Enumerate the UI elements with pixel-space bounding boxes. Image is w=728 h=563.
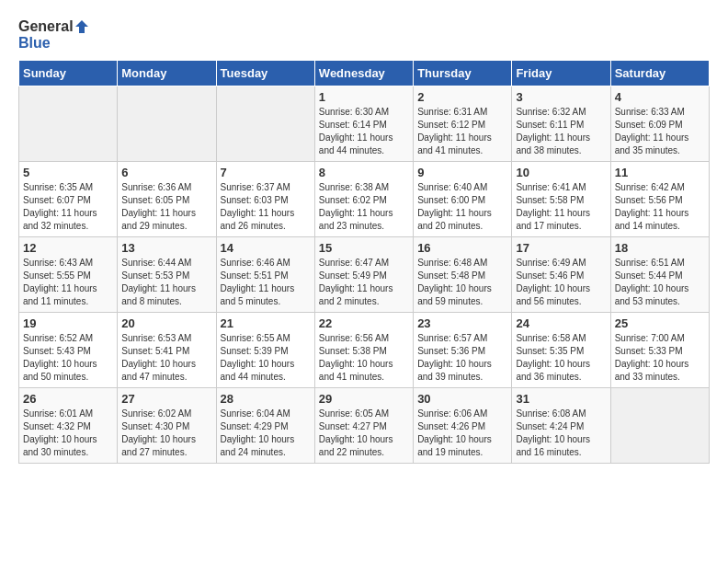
calendar-week-row: 26Sunrise: 6:01 AM Sunset: 4:32 PM Dayli… — [19, 388, 710, 464]
day-number: 24 — [516, 316, 606, 330]
calendar-week-row: 1Sunrise: 6:30 AM Sunset: 6:14 PM Daylig… — [19, 86, 710, 162]
cell-text: Sunrise: 6:51 AM Sunset: 5:44 PM Dayligh… — [615, 257, 705, 308]
calendar-cell: 15Sunrise: 6:47 AM Sunset: 5:49 PM Dayli… — [314, 237, 413, 313]
cell-text: Sunrise: 6:06 AM Sunset: 4:26 PM Dayligh… — [417, 408, 507, 459]
calendar-table: SundayMondayTuesdayWednesdayThursdayFrid… — [18, 60, 710, 464]
cell-text: Sunrise: 6:42 AM Sunset: 5:56 PM Dayligh… — [615, 181, 705, 233]
day-number: 20 — [121, 316, 211, 330]
cell-text: Sunrise: 6:38 AM Sunset: 6:02 PM Dayligh… — [319, 181, 409, 233]
calendar-cell: 3Sunrise: 6:32 AM Sunset: 6:11 PM Daylig… — [512, 86, 610, 162]
day-number: 8 — [319, 166, 409, 179]
calendar-cell: 19Sunrise: 6:52 AM Sunset: 5:43 PM Dayli… — [19, 313, 118, 388]
cell-text: Sunrise: 6:48 AM Sunset: 5:48 PM Dayligh… — [417, 257, 507, 308]
calendar-cell: 31Sunrise: 6:08 AM Sunset: 4:24 PM Dayli… — [512, 388, 610, 464]
cell-text: Sunrise: 6:52 AM Sunset: 5:43 PM Dayligh… — [23, 332, 113, 384]
calendar-cell: 27Sunrise: 6:02 AM Sunset: 4:30 PM Dayli… — [118, 388, 216, 464]
calendar-cell: 8Sunrise: 6:38 AM Sunset: 6:02 PM Daylig… — [314, 162, 413, 237]
day-number: 26 — [23, 392, 113, 406]
cell-text: Sunrise: 6:49 AM Sunset: 5:46 PM Dayligh… — [516, 257, 606, 308]
cell-text: Sunrise: 6:44 AM Sunset: 5:53 PM Dayligh… — [121, 257, 211, 308]
calendar-cell: 5Sunrise: 6:35 AM Sunset: 6:07 PM Daylig… — [19, 162, 118, 237]
calendar-cell — [118, 86, 216, 162]
cell-text: Sunrise: 6:04 AM Sunset: 4:29 PM Dayligh… — [221, 408, 311, 459]
weekday-header-thursday: Thursday — [414, 61, 512, 86]
cell-text: Sunrise: 6:56 AM Sunset: 5:38 PM Dayligh… — [319, 332, 409, 384]
day-number: 19 — [23, 316, 113, 330]
calendar-week-row: 19Sunrise: 6:52 AM Sunset: 5:43 PM Dayli… — [19, 313, 710, 388]
calendar-cell: 28Sunrise: 6:04 AM Sunset: 4:29 PM Dayli… — [216, 388, 314, 464]
svg-marker-0 — [75, 20, 88, 33]
calendar-cell: 1Sunrise: 6:30 AM Sunset: 6:14 PM Daylig… — [314, 86, 413, 162]
weekday-header-saturday: Saturday — [610, 61, 709, 86]
day-number: 13 — [121, 241, 211, 255]
cell-text: Sunrise: 6:40 AM Sunset: 6:00 PM Dayligh… — [417, 181, 507, 233]
day-number: 6 — [121, 166, 211, 179]
cell-text: Sunrise: 6:36 AM Sunset: 6:05 PM Dayligh… — [121, 181, 211, 233]
day-number: 7 — [221, 166, 311, 179]
day-number: 21 — [221, 316, 311, 330]
calendar-cell: 30Sunrise: 6:06 AM Sunset: 4:26 PM Dayli… — [414, 388, 512, 464]
calendar-cell — [610, 388, 709, 464]
weekday-header-tuesday: Tuesday — [216, 61, 314, 86]
cell-text: Sunrise: 6:01 AM Sunset: 4:32 PM Dayligh… — [23, 408, 113, 459]
calendar-cell: 25Sunrise: 7:00 AM Sunset: 5:33 PM Dayli… — [610, 313, 709, 388]
cell-text: Sunrise: 6:41 AM Sunset: 5:58 PM Dayligh… — [516, 181, 606, 233]
cell-text: Sunrise: 6:43 AM Sunset: 5:55 PM Dayligh… — [23, 257, 113, 308]
day-number: 29 — [319, 392, 409, 406]
cell-text: Sunrise: 6:53 AM Sunset: 5:41 PM Dayligh… — [121, 332, 211, 384]
calendar-cell: 12Sunrise: 6:43 AM Sunset: 5:55 PM Dayli… — [19, 237, 118, 313]
calendar-cell: 23Sunrise: 6:57 AM Sunset: 5:36 PM Dayli… — [414, 313, 512, 388]
weekday-header-wednesday: Wednesday — [314, 61, 413, 86]
logo: General Blue — [18, 18, 88, 51]
calendar-cell: 6Sunrise: 6:36 AM Sunset: 6:05 PM Daylig… — [118, 162, 216, 237]
calendar-cell: 7Sunrise: 6:37 AM Sunset: 6:03 PM Daylig… — [216, 162, 314, 237]
day-number: 3 — [516, 90, 606, 104]
cell-text: Sunrise: 6:35 AM Sunset: 6:07 PM Dayligh… — [23, 181, 113, 233]
cell-text: Sunrise: 6:46 AM Sunset: 5:51 PM Dayligh… — [221, 257, 311, 308]
weekday-header-monday: Monday — [118, 61, 216, 86]
day-number: 15 — [319, 241, 409, 255]
day-number: 9 — [417, 166, 507, 179]
day-number: 4 — [615, 90, 705, 104]
day-number: 11 — [615, 166, 705, 179]
day-number: 22 — [319, 316, 409, 330]
cell-text: Sunrise: 6:05 AM Sunset: 4:27 PM Dayligh… — [319, 408, 409, 459]
calendar-cell: 16Sunrise: 6:48 AM Sunset: 5:48 PM Dayli… — [414, 237, 512, 313]
weekday-header-friday: Friday — [512, 61, 610, 86]
day-number: 10 — [516, 166, 606, 179]
calendar-cell: 22Sunrise: 6:56 AM Sunset: 5:38 PM Dayli… — [314, 313, 413, 388]
day-number: 12 — [23, 241, 113, 255]
cell-text: Sunrise: 6:57 AM Sunset: 5:36 PM Dayligh… — [417, 332, 507, 384]
cell-text: Sunrise: 6:47 AM Sunset: 5:49 PM Dayligh… — [319, 257, 409, 308]
calendar-cell: 18Sunrise: 6:51 AM Sunset: 5:44 PM Dayli… — [610, 237, 709, 313]
day-number: 17 — [516, 241, 606, 255]
cell-text: Sunrise: 6:32 AM Sunset: 6:11 PM Dayligh… — [516, 106, 606, 157]
calendar-cell: 9Sunrise: 6:40 AM Sunset: 6:00 PM Daylig… — [414, 162, 512, 237]
cell-text: Sunrise: 6:30 AM Sunset: 6:14 PM Dayligh… — [319, 106, 409, 157]
day-number: 27 — [121, 392, 211, 406]
weekday-header-row: SundayMondayTuesdayWednesdayThursdayFrid… — [19, 61, 710, 86]
calendar-cell: 2Sunrise: 6:31 AM Sunset: 6:12 PM Daylig… — [414, 86, 512, 162]
cell-text: Sunrise: 6:37 AM Sunset: 6:03 PM Dayligh… — [221, 181, 311, 233]
day-number: 2 — [417, 90, 507, 104]
logo-arrow-icon — [75, 20, 88, 33]
cell-text: Sunrise: 6:08 AM Sunset: 4:24 PM Dayligh… — [516, 408, 606, 459]
calendar-cell: 4Sunrise: 6:33 AM Sunset: 6:09 PM Daylig… — [610, 86, 709, 162]
cell-text: Sunrise: 6:33 AM Sunset: 6:09 PM Dayligh… — [615, 106, 705, 157]
calendar-cell: 26Sunrise: 6:01 AM Sunset: 4:32 PM Dayli… — [19, 388, 118, 464]
calendar-cell: 29Sunrise: 6:05 AM Sunset: 4:27 PM Dayli… — [314, 388, 413, 464]
page-header: General Blue — [18, 18, 710, 51]
cell-text: Sunrise: 6:55 AM Sunset: 5:39 PM Dayligh… — [221, 332, 311, 384]
day-number: 28 — [221, 392, 311, 406]
cell-text: Sunrise: 6:31 AM Sunset: 6:12 PM Dayligh… — [417, 106, 507, 157]
day-number: 18 — [615, 241, 705, 255]
calendar-cell: 13Sunrise: 6:44 AM Sunset: 5:53 PM Dayli… — [118, 237, 216, 313]
day-number: 23 — [417, 316, 507, 330]
calendar-cell — [216, 86, 314, 162]
cell-text: Sunrise: 6:58 AM Sunset: 5:35 PM Dayligh… — [516, 332, 606, 384]
day-number: 31 — [516, 392, 606, 406]
calendar-cell: 21Sunrise: 6:55 AM Sunset: 5:39 PM Dayli… — [216, 313, 314, 388]
calendar-cell: 24Sunrise: 6:58 AM Sunset: 5:35 PM Dayli… — [512, 313, 610, 388]
calendar-cell: 20Sunrise: 6:53 AM Sunset: 5:41 PM Dayli… — [118, 313, 216, 388]
weekday-header-sunday: Sunday — [19, 61, 118, 86]
